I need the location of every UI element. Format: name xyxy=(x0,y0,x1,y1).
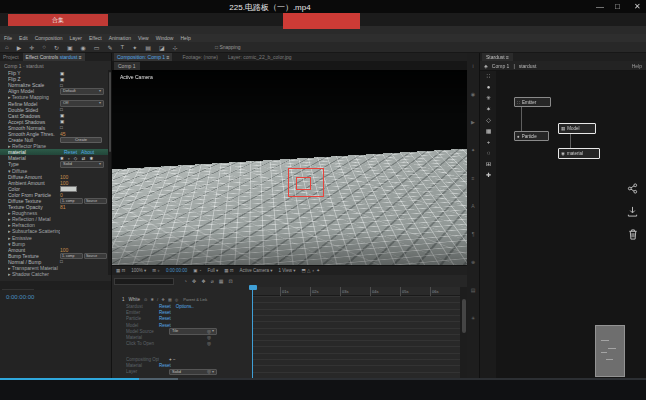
property-value[interactable]: □ xyxy=(60,259,63,264)
download-icon[interactable] xyxy=(627,206,638,217)
tool-icon[interactable]: ⌂ xyxy=(5,44,9,50)
collapsed-panel-icon[interactable]: ✦ xyxy=(471,147,475,153)
tool-icon[interactable]: ▭ xyxy=(94,44,100,51)
timeline-search-field[interactable] xyxy=(114,278,174,285)
property-value[interactable]: ▣ xyxy=(60,119,64,124)
current-time-indicator[interactable] xyxy=(252,287,253,379)
tool-icon[interactable]: ▤ xyxy=(145,44,151,51)
comp1-subtab[interactable]: Comp 1 xyxy=(114,62,140,70)
share-nodes-icon[interactable] xyxy=(627,183,638,194)
timeline-tool-icon[interactable]: ❖ xyxy=(201,278,205,284)
grid-guides-icons[interactable]: ▦ ⊟ xyxy=(116,268,125,273)
node-tool-icon[interactable]: ▦ xyxy=(486,128,492,135)
parent-link-column[interactable]: Parent & Link xyxy=(183,297,207,302)
node-tool-icon[interactable]: + xyxy=(487,139,491,146)
menu-item[interactable]: Help xyxy=(180,35,190,41)
tab-project[interactable]: Project xyxy=(3,53,19,61)
property-value[interactable]: ▣ xyxy=(60,113,64,118)
property-value[interactable]: ▣ xyxy=(60,71,64,76)
node-tool-icon[interactable]: ✚ xyxy=(486,172,491,179)
add-remove-buttons[interactable]: + − xyxy=(169,357,176,362)
timeline-tool-icon[interactable]: ◔ xyxy=(184,278,187,284)
stardust-tab[interactable]: Stardust ≡ xyxy=(482,53,513,61)
node-tool-icon[interactable]: ● xyxy=(487,84,491,91)
time-ruler[interactable]: 01s02s03s04s05s06s xyxy=(253,287,460,296)
node-emitter[interactable]: ∷ Emitter xyxy=(514,97,551,107)
help-link[interactable]: Help xyxy=(632,63,642,69)
toggle-circle-icon[interactable]: ◎ xyxy=(207,335,211,340)
toggle-circle-icon[interactable]: ◎ xyxy=(207,341,211,346)
timeline-property-row[interactable]: Layer Solid ◎ xyxy=(112,369,253,375)
menu-item[interactable]: Effect xyxy=(89,35,102,41)
tool-icon[interactable]: ✦ xyxy=(132,44,137,51)
effect-row[interactable]: ▸ Shadow Catcher xyxy=(0,271,108,277)
reset-link[interactable]: Reset xyxy=(159,304,171,309)
preset-preview-thumbnail[interactable] xyxy=(595,325,625,377)
timeline-tool-icon[interactable]: ⊡ xyxy=(228,278,232,284)
view-layout-dropdown[interactable]: 1 View ▾ xyxy=(278,268,295,273)
tool-icon[interactable]: ◉ xyxy=(81,44,86,51)
magnification-dropdown[interactable]: 100% ▾ xyxy=(131,268,146,273)
tab-layer[interactable]: Layer: comic_22_b_color.jpg xyxy=(228,53,292,61)
reset-link[interactable]: Reset xyxy=(159,310,171,315)
tab-footage[interactable]: Footage: (none) xyxy=(182,53,218,61)
timeline-tool-icon[interactable]: ▦ xyxy=(219,278,224,284)
options-link[interactable]: Options.. xyxy=(176,304,194,309)
tool-icon[interactable]: ✛ xyxy=(29,44,34,51)
collapsed-panel-icon[interactable]: ▶ xyxy=(471,119,475,125)
collapsed-panel-icon[interactable]: ≡ xyxy=(472,175,475,181)
selection-box-inner[interactable] xyxy=(296,177,311,190)
tool-icon[interactable]: ⊹ xyxy=(173,44,178,51)
timeline-tool-icon[interactable]: ⌀ xyxy=(211,278,214,284)
menu-item[interactable]: Layer xyxy=(69,35,82,41)
node-tool-icon[interactable]: ⊞ xyxy=(486,161,491,168)
node-tool-icon[interactable]: ◇ xyxy=(486,117,491,124)
maximize-button[interactable]: □ xyxy=(615,2,620,11)
property-value[interactable]: ▣ xyxy=(60,77,64,82)
fx-scrollbar[interactable] xyxy=(108,70,111,275)
tool-icon[interactable]: ▣ xyxy=(67,44,73,51)
reset-link[interactable]: Reset xyxy=(159,316,171,321)
node-tool-icon[interactable]: ✳ xyxy=(486,95,491,102)
player-titlebar[interactable]: 225.电路板（一）.mp4 — □ ✕ xyxy=(0,0,646,13)
tool-icon[interactable]: ◪ xyxy=(159,44,165,51)
node-material[interactable]: ◉ material xyxy=(558,148,600,159)
tab-composition[interactable]: Composition: Comp 1 ≡ xyxy=(114,53,172,61)
preview-timecode[interactable]: 0:00:00:00 xyxy=(166,268,187,273)
property-value[interactable]: □ xyxy=(60,125,63,130)
menu-item[interactable]: Edit xyxy=(19,35,28,41)
menu-item[interactable]: File xyxy=(4,35,12,41)
property-value[interactable]: □ xyxy=(60,107,63,112)
timeline-property-row[interactable]: Click To Open ◎ xyxy=(112,341,253,347)
menu-item[interactable]: Window xyxy=(156,35,174,41)
composition-viewport[interactable]: Active Camera xyxy=(112,70,467,265)
video-frame[interactable]: 2019 - StardustProject/电路板/aa.aep * – □ … xyxy=(0,13,646,378)
tool-icon[interactable]: ▶ xyxy=(17,44,22,51)
node-tool-icon[interactable]: ✶ xyxy=(486,106,491,113)
stardust-layer-name[interactable]: stardust xyxy=(519,63,537,69)
tool-icon[interactable]: T xyxy=(121,44,125,50)
resolution-dropdown[interactable]: Full ▾ xyxy=(207,268,218,273)
render-icons[interactable]: ⬒ △ ♁ ✦ xyxy=(301,268,320,273)
ruler-icons[interactable]: ⊞ ⌖ xyxy=(152,268,160,273)
minimize-button[interactable]: — xyxy=(596,2,604,11)
menu-item[interactable]: View xyxy=(138,35,149,41)
collapsed-panel-icon[interactable]: ▤ xyxy=(471,287,476,293)
collapsed-panel-icon[interactable]: A xyxy=(471,203,474,209)
tool-icon[interactable]: ○ xyxy=(42,44,46,50)
menu-item[interactable]: Animation xyxy=(109,35,131,41)
timeline-timecode[interactable]: 0:00:00:00 xyxy=(6,294,34,300)
layer-row[interactable]: 1 White ⊙ ✱ / ❖ ▦ ◎ Parent & Link xyxy=(114,296,253,303)
collapsed-panel-icon[interactable]: ¶ xyxy=(472,231,475,237)
node-tool-icon[interactable]: ◌ xyxy=(487,150,491,157)
panel-menu-icon[interactable]: ≡ xyxy=(166,54,169,60)
collapsed-panel-icon[interactable]: i xyxy=(472,63,473,69)
tool-icon[interactable]: ↻ xyxy=(54,44,59,51)
toggle-circle-icon[interactable]: ◎ xyxy=(207,369,211,374)
collapsed-panel-icon[interactable]: ✳ xyxy=(471,315,475,321)
fx-scrollbar-thumb[interactable] xyxy=(109,72,111,152)
roi-icons[interactable]: ▦ ⊡ xyxy=(224,268,233,273)
property-value[interactable]: ✱ ▫ ◇ ⇄ ✱ xyxy=(60,156,95,161)
property-value[interactable]: □ xyxy=(60,83,63,88)
layer-name[interactable]: White xyxy=(129,297,141,302)
